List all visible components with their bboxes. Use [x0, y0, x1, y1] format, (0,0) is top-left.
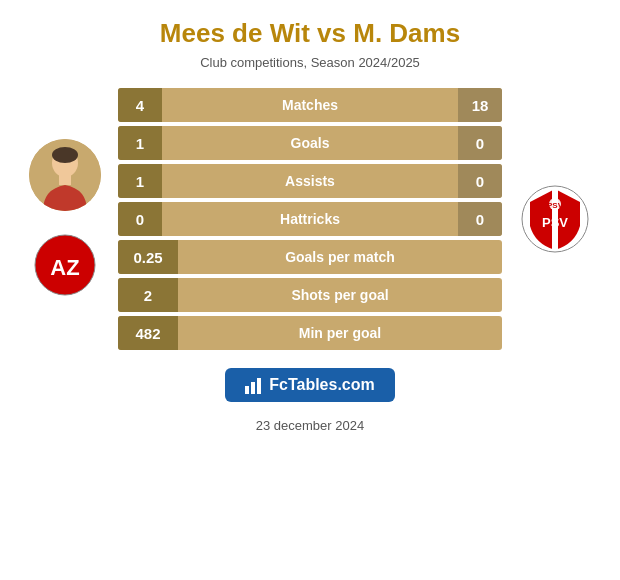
main-content: AZ 4 Matches 18 1 Goals 0 1 Assists 0 [20, 88, 600, 350]
right-logo: PSV PSV [510, 183, 600, 255]
az-logo: AZ [31, 231, 99, 299]
svg-rect-3 [59, 175, 71, 185]
match-subtitle: Club competitions, Season 2024/2025 [200, 55, 420, 70]
svg-text:PSV: PSV [542, 215, 568, 230]
stat-row-shots-per-goal: 2 Shots per goal [118, 278, 502, 312]
brand-label: FcTables.com [269, 376, 375, 394]
stat-left-matches: 4 [118, 88, 162, 122]
stat-row-goals-per-match: 0.25 Goals per match [118, 240, 502, 274]
stat-left-goals: 1 [118, 126, 162, 160]
chart-icon [245, 376, 261, 394]
svg-text:AZ: AZ [50, 255, 79, 280]
psv-logo: PSV PSV [519, 183, 591, 255]
page-container: Mees de Wit vs M. Dams Club competitions… [0, 0, 620, 580]
player-silhouette-icon [29, 139, 101, 211]
stat-val-goals-per-match: 0.25 [118, 240, 178, 274]
stats-table: 4 Matches 18 1 Goals 0 1 Assists 0 0 Hat… [118, 88, 502, 350]
stat-row-hattricks: 0 Hattricks 0 [118, 202, 502, 236]
fctables-badge[interactable]: FcTables.com [225, 368, 395, 402]
stat-label-shots-per-goal: Shots per goal [178, 287, 502, 303]
stat-right-goals: 0 [458, 126, 502, 160]
player-avatar [29, 139, 101, 211]
stat-row-min-per-goal: 482 Min per goal [118, 316, 502, 350]
stat-label-assists: Assists [162, 173, 458, 189]
stat-right-matches: 18 [458, 88, 502, 122]
stat-label-hattricks: Hattricks [162, 211, 458, 227]
stat-val-shots-per-goal: 2 [118, 278, 178, 312]
stat-right-hattricks: 0 [458, 202, 502, 236]
psv-badge-icon: PSV PSV [520, 184, 590, 254]
stat-row-matches: 4 Matches 18 [118, 88, 502, 122]
footer-date: 23 december 2024 [256, 418, 364, 433]
az-badge-icon: AZ [33, 233, 97, 297]
stat-label-matches: Matches [162, 97, 458, 113]
stat-label-goals: Goals [162, 135, 458, 151]
svg-point-2 [52, 147, 78, 163]
stat-left-assists: 1 [118, 164, 162, 198]
footer-logo[interactable]: FcTables.com [225, 368, 395, 402]
svg-text:PSV: PSV [547, 201, 564, 210]
stat-left-hattricks: 0 [118, 202, 162, 236]
left-logos: AZ [20, 139, 110, 299]
stat-val-min-per-goal: 482 [118, 316, 178, 350]
match-title: Mees de Wit vs M. Dams [160, 18, 460, 49]
stat-label-goals-per-match: Goals per match [178, 249, 502, 265]
stat-label-min-per-goal: Min per goal [178, 325, 502, 341]
stat-right-assists: 0 [458, 164, 502, 198]
stat-row-goals: 1 Goals 0 [118, 126, 502, 160]
stat-row-assists: 1 Assists 0 [118, 164, 502, 198]
